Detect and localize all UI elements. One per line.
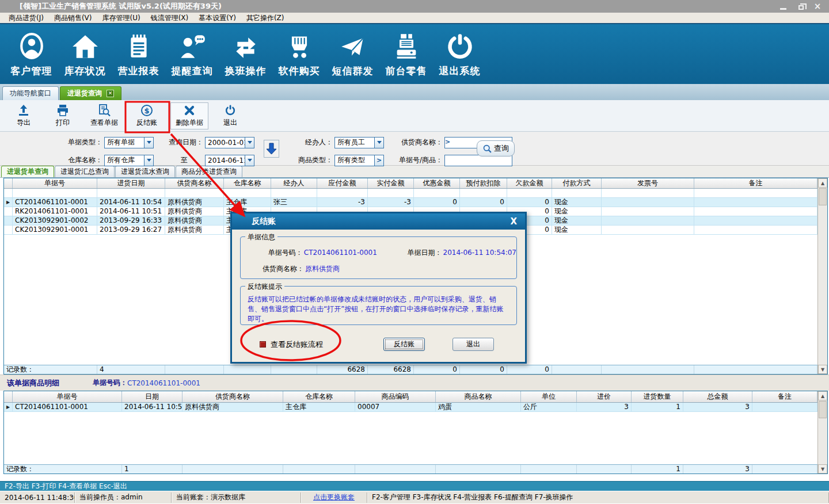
chevron-down-icon[interactable] [144,138,153,148]
restore-button[interactable] [796,2,805,11]
warehouse-select[interactable]: 所有仓库 [104,155,154,166]
column-header[interactable]: 进货数量 [632,391,683,402]
menu-item[interactable]: 商品销售(V) [49,12,97,24]
record-count-label: 记录数： [4,365,97,374]
menu-bar: 商品进货(J)商品销售(V)库存管理(U)钱流管理(X)基本设置(Y)其它操作(… [0,13,829,24]
view-doc-icon [98,104,111,117]
menu-item[interactable]: 基本设置(Y) [193,12,241,24]
table-row[interactable]: ▶ CT2014061101-0001 2014-06-11 10:54 原料供… [4,198,827,207]
column-header[interactable]: 日期 [122,391,182,402]
tab-nav-window[interactable]: 功能导航窗口 [2,86,59,100]
subtab-category-query[interactable]: 商品分类进货查询 [176,166,242,177]
toolbar-button-customers[interactable]: 客户管理 [5,24,58,84]
minimize-button[interactable] [778,2,788,11]
tab-close-icon[interactable]: ✕ [107,90,114,97]
product-type-select[interactable]: 所有类型> [334,155,384,166]
tab-purchase-return-query[interactable]: 进退货查询 ✕ [60,86,121,100]
export-button[interactable]: 导出 [7,102,40,129]
dialog-close-button[interactable]: X [510,216,517,227]
minimize-icon [780,8,786,10]
date-to-select[interactable]: 2014-06-11 [205,155,254,166]
cell-doc-no: CK2013092901-0002 [13,216,97,226]
supplier-label: 供货商名称： [390,138,443,147]
column-header[interactable]: 商品名称 [436,391,521,402]
column-header[interactable]: 付款方式 [552,178,602,188]
column-header[interactable]: 供货商名称 [165,178,224,188]
menu-item[interactable]: 钱流管理(X) [146,12,194,24]
column-header[interactable]: 单据号 [13,391,122,402]
confirm-reverse-settle-button[interactable]: 反结账 [383,338,425,351]
scrollbar-thumb[interactable] [819,401,827,418]
view-document-button[interactable]: 查看单据 [85,102,123,129]
column-header[interactable]: 优惠金额 [414,178,460,188]
column-header[interactable]: 实付金额 [368,178,414,188]
column-header[interactable]: 单位 [521,391,577,402]
close-button[interactable]: × [813,2,822,11]
subtab-summary-query[interactable]: 进退货汇总查询 [55,166,115,177]
doc-type-select[interactable]: 所有单据 [104,137,154,148]
print-button[interactable]: 打印 [46,102,79,129]
delete-document-button[interactable]: 删除单据 [170,102,208,129]
reminder-icon [178,29,206,64]
lookup-icon[interactable]: > [374,155,383,166]
dialog-exit-button[interactable]: 退出 [452,338,494,351]
cell-invoice [602,207,694,216]
query-button[interactable]: 查询 [477,140,515,156]
scroll-up-icon[interactable]: ▲ [818,391,827,400]
vertical-scrollbar[interactable]: ▲ ▼ [817,178,827,374]
chevron-down-icon[interactable] [374,138,383,148]
toolbar-button-inventory[interactable]: 库存状况 [58,24,112,84]
summary-prepaid-deduct: 0 [460,365,507,374]
column-header[interactable]: 进价 [577,391,632,402]
lookup-icon[interactable]: > [445,138,450,146]
cell-payment: 现金 [552,226,602,235]
subtab-flow-query[interactable]: 进退货流水查询 [115,166,175,177]
menu-item[interactable]: 库存管理(U) [97,12,145,24]
chevron-down-icon[interactable] [144,155,153,166]
operator-select[interactable]: 所有员工 [334,137,384,148]
toolbar-button-sms[interactable]: 短信群发 [326,24,379,84]
chevron-down-icon[interactable] [245,155,254,166]
window-title: [领智]工业生产销售管理系统 试用版v5.2(试用期还有39天) [0,1,222,12]
column-header[interactable]: 备注 [694,178,817,188]
view-flow-link[interactable]: 查看反结账流程 [260,339,323,350]
date-from-select[interactable]: 2000-01-01 [205,137,254,148]
toolbar-button-reports[interactable]: 营业报表 [112,24,165,84]
switch-account-link[interactable]: 点击更换账套 [301,492,367,503]
toolbar-button-shift[interactable]: 换班操作 [219,24,272,84]
column-header[interactable]: 应付金额 [317,178,368,188]
scroll-down-icon[interactable]: ▼ [818,464,827,474]
column-header[interactable]: 仓库名称 [224,178,271,188]
column-header[interactable]: 欠款金额 [507,178,552,188]
toolbar-button-purchase[interactable]: 软件购买 [272,24,326,84]
vertical-scrollbar[interactable]: ▲ ▼ [817,391,827,474]
column-header[interactable]: 发票号 [602,178,694,188]
reverse-settlement-button[interactable]: $ 反结账 [129,102,165,129]
column-header[interactable]: 预付款扣除 [460,178,507,188]
subtab-doc-query[interactable]: 进退货单查询 [1,166,54,177]
column-header[interactable]: 单据号 [13,178,97,188]
menu-item[interactable]: 其它操作(Z) [241,12,290,24]
column-header[interactable]: 商品编码 [355,391,436,402]
toolbar-button-exit-system[interactable]: 退出系统 [433,24,486,84]
scroll-down-icon[interactable]: ▼ [818,365,827,374]
chevron-down-icon[interactable] [245,138,254,148]
column-header[interactable]: 总金额 [683,391,752,402]
toolbar-button-pos[interactable]: 前台零售 [379,24,433,84]
cell-date: 2013-09-29 16:33 [97,216,165,226]
toolbar-button-reminders[interactable]: 提醒查询 [165,24,219,84]
date-range-apply-button[interactable] [264,140,279,158]
column-header[interactable]: 经办人 [271,178,317,188]
cell-prepaid-deduct: 0 [460,198,507,207]
column-header[interactable]: 进货日期 [97,178,165,188]
scroll-up-icon[interactable]: ▲ [818,178,827,188]
column-header[interactable]: 供货商名称 [182,391,283,402]
menu-item[interactable]: 商品进货(J) [3,12,49,24]
table-header-row: 单据号 进货日期 供货商名称 仓库名称 经办人 应付金额 实付金额 优惠金额 预… [4,178,827,189]
column-header[interactable]: 仓库名称 [283,391,355,402]
scrollbar-thumb[interactable] [819,188,827,205]
column-header[interactable]: 备注 [752,391,817,402]
table-row[interactable]: ▶ CT2014061101-0001 2014-06-11 10:54 原料供… [4,403,827,412]
exit-button[interactable]: 退出 [214,102,246,129]
cell-payment: 现金 [552,216,602,226]
